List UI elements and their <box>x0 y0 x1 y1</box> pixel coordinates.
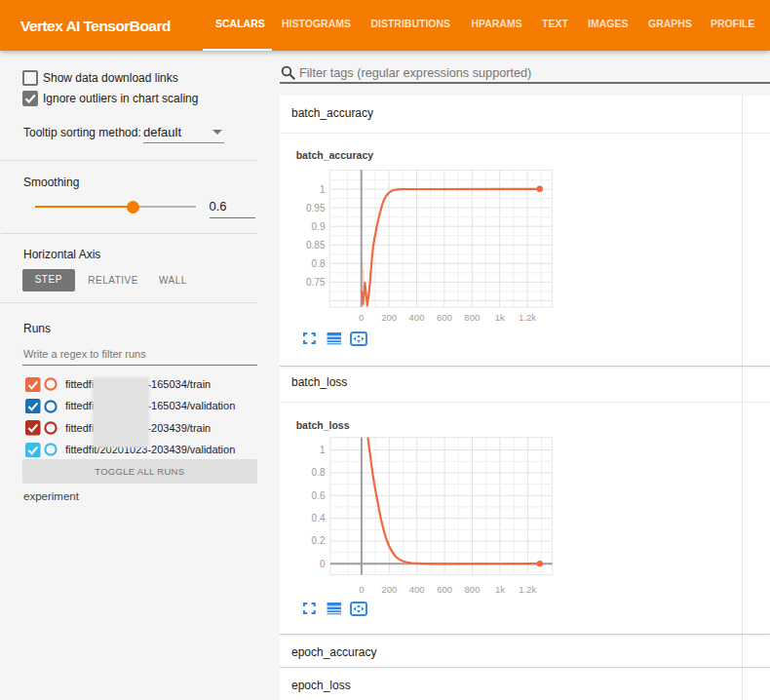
svg-text:600: 600 <box>437 312 452 323</box>
svg-text:400: 400 <box>409 584 425 595</box>
svg-text:1: 1 <box>320 184 326 195</box>
svg-text:0.4: 0.4 <box>312 513 326 524</box>
svg-text:0.8: 0.8 <box>312 258 326 269</box>
svg-text:1k: 1k <box>495 584 505 595</box>
svg-text:0.95: 0.95 <box>306 203 326 214</box>
svg-text:800: 800 <box>465 584 481 595</box>
svg-text:600: 600 <box>437 584 452 595</box>
svg-text:1.2k: 1.2k <box>519 312 536 323</box>
svg-text:200: 200 <box>381 312 397 323</box>
svg-text:0: 0 <box>359 312 364 323</box>
svg-text:800: 800 <box>464 312 480 323</box>
svg-text:0.8: 0.8 <box>312 467 326 478</box>
svg-text:1: 1 <box>320 445 326 455</box>
svg-text:0: 0 <box>359 584 364 595</box>
svg-text:0.85: 0.85 <box>306 240 326 251</box>
svg-text:0.2: 0.2 <box>312 535 326 546</box>
svg-text:0.6: 0.6 <box>312 490 326 501</box>
svg-text:200: 200 <box>381 584 397 595</box>
svg-text:0.9: 0.9 <box>312 221 326 232</box>
svg-text:1.2k: 1.2k <box>519 584 536 595</box>
svg-text:0: 0 <box>320 559 326 569</box>
svg-text:0.75: 0.75 <box>306 277 326 288</box>
svg-text:400: 400 <box>409 312 425 323</box>
svg-text:1k: 1k <box>495 312 505 323</box>
